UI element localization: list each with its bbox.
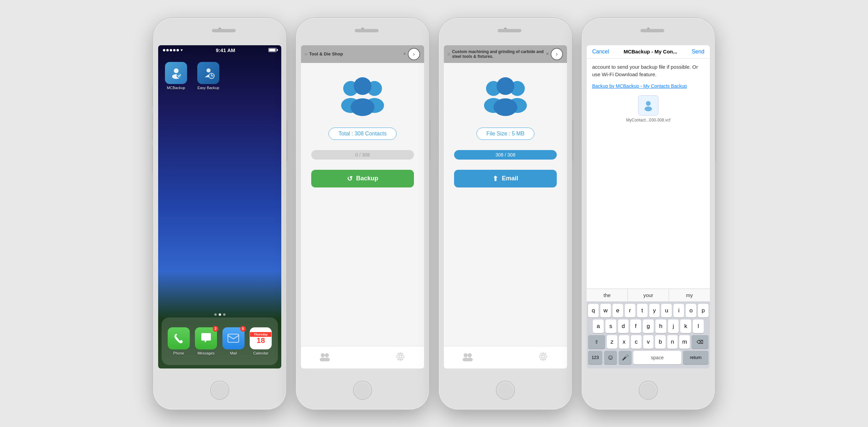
key-z[interactable]: z [607, 335, 617, 349]
attachment-name: MyContact...030-308.vcf [626, 117, 670, 123]
key-space[interactable]: space [633, 351, 681, 364]
home-button-4[interactable] [639, 381, 658, 400]
key-x[interactable]: x [619, 335, 630, 349]
messages-dock-icon: 2 [195, 327, 217, 349]
mail-dock-label: Mail [230, 351, 237, 355]
progress-text-2: 0 / 308 [355, 152, 370, 158]
tab-contacts-2[interactable] [318, 350, 332, 363]
svg-point-12 [321, 353, 325, 357]
svg-point-21 [497, 77, 514, 95]
autocomplete-your[interactable]: your [628, 289, 669, 301]
key-r[interactable]: r [625, 304, 635, 317]
key-shift[interactable]: ⇧ [588, 335, 605, 349]
svg-point-3 [206, 68, 211, 72]
phone-2: ▷ Tool & Die Shop ✕ › [296, 18, 429, 409]
svg-point-23 [464, 353, 468, 357]
compose-header: Cancel MCBackup - My Con... Send [587, 45, 710, 59]
side-btn-vol-down-3 [437, 146, 439, 173]
key-u[interactable]: u [661, 304, 672, 317]
ad-arrow-3[interactable]: › [551, 48, 563, 60]
key-m[interactable]: m [679, 335, 690, 349]
app-row-1: MCBackup [165, 62, 274, 90]
ad-banner-2[interactable]: ▷ Tool & Die Shop ✕ › [301, 45, 424, 63]
key-k[interactable]: k [680, 319, 691, 333]
cancel-button[interactable]: Cancel [592, 49, 609, 55]
key-a[interactable]: a [593, 319, 604, 333]
phone-4: Cancel MCBackup - My Con... Send account… [582, 18, 715, 409]
key-emoji[interactable]: ☺ [604, 351, 617, 364]
key-q[interactable]: q [588, 304, 599, 317]
phone-3-screen: ▷ Custom machining and grinding of carbi… [444, 45, 567, 368]
key-backspace[interactable]: ⌫ [691, 335, 708, 349]
mail-dock-icon: 5 [222, 327, 245, 349]
key-o[interactable]: o [686, 304, 696, 317]
keyboard-row-4: 123 ☺ 🎤 space return [588, 351, 708, 364]
key-d[interactable]: d [618, 319, 629, 333]
ad-close-2[interactable]: ✕ [403, 52, 406, 56]
side-btn-vol-up-2 [295, 113, 296, 141]
key-c[interactable]: c [631, 335, 641, 349]
key-l[interactable]: l [693, 319, 704, 333]
dock-calendar[interactable]: Thursday 18 Calendar [250, 327, 272, 355]
ad-close-3[interactable]: ✕ [546, 52, 549, 56]
tab-settings-2[interactable] [394, 350, 407, 363]
send-button[interactable]: Send [692, 49, 704, 55]
keyboard-row-1: q w e r t y u i o p [588, 304, 708, 317]
key-y[interactable]: y [649, 304, 660, 317]
contacts-tab-svg-3 [462, 352, 473, 361]
backup-link[interactable]: Backup by MCBackup - My Contacts Backup [592, 83, 704, 90]
filesize-badge-3: File Size : 5 MB [444, 128, 567, 140]
key-e[interactable]: e [613, 304, 623, 317]
autocomplete-bar: the your my [587, 289, 710, 302]
signal-dot [163, 49, 165, 51]
tab-settings-3[interactable] [536, 350, 550, 363]
email-button[interactable]: ⬆ Email [454, 170, 557, 187]
dock-messages[interactable]: 2 Messages [195, 327, 217, 355]
key-f[interactable]: f [630, 319, 641, 333]
attachment-container: MyContact...030-308.vcf [592, 95, 704, 123]
key-g[interactable]: g [643, 319, 654, 333]
side-btn-vol-down-4 [580, 146, 582, 173]
autocomplete-the[interactable]: the [587, 289, 628, 301]
key-h[interactable]: h [655, 319, 666, 333]
phone-dock-label: Phone [173, 351, 184, 355]
key-t[interactable]: t [637, 304, 648, 317]
mail-svg [227, 333, 239, 343]
key-mic[interactable]: 🎤 [619, 351, 632, 364]
home-button-3[interactable] [496, 381, 515, 400]
key-j[interactable]: j [668, 319, 679, 333]
tab-contacts-3[interactable] [461, 350, 474, 363]
key-n[interactable]: n [667, 335, 678, 349]
dock-mail[interactable]: 5 Mail [222, 327, 245, 355]
battery-fill [269, 49, 276, 51]
key-return[interactable]: return [683, 351, 708, 364]
autocomplete-my[interactable]: my [669, 289, 710, 301]
svg-point-2 [177, 73, 181, 78]
key-b[interactable]: b [655, 335, 666, 349]
app-easybackup[interactable]: Easy Backup [197, 62, 219, 90]
backup-button[interactable]: ↺ Backup [311, 170, 414, 187]
side-btn-mute-3 [437, 86, 439, 106]
key-w[interactable]: w [600, 304, 611, 317]
ad-banner-3[interactable]: ▷ Custom machining and grinding of carbi… [444, 45, 567, 63]
speaker-3 [498, 29, 521, 32]
key-s[interactable]: s [605, 319, 616, 333]
keyboard-row-2: a s d f g h j k l [588, 319, 708, 333]
app-mcbackup[interactable]: MCBackup [165, 62, 187, 90]
home-button-1[interactable] [210, 381, 229, 400]
phone-1: ▾ 9:41 AM [153, 18, 286, 409]
key-p[interactable]: p [698, 304, 708, 317]
compose-title: MCBackup - My Con... [623, 49, 678, 54]
messages-dock-label: Messages [198, 351, 215, 355]
body-text: account to send your backup file if poss… [592, 64, 698, 78]
key-123[interactable]: 123 [588, 351, 602, 364]
home-button-2[interactable] [353, 381, 372, 400]
dock-phone[interactable]: Phone [168, 327, 190, 355]
key-v[interactable]: v [643, 335, 654, 349]
side-btn-mute-2 [295, 86, 296, 106]
compose-body[interactable]: account to send your backup file if poss… [587, 59, 710, 289]
page-dot-3 [223, 313, 226, 316]
key-i[interactable]: i [673, 304, 684, 317]
ad-arrow-2[interactable]: › [408, 48, 420, 60]
phone-dock-icon [168, 327, 190, 349]
